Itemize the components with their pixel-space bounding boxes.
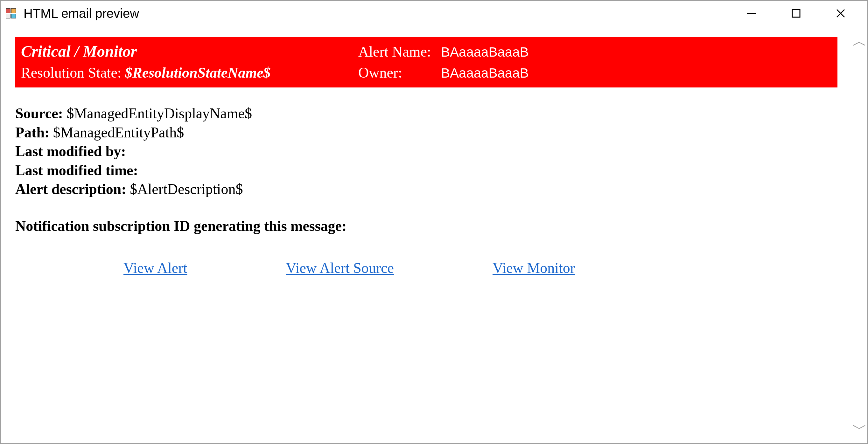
email-preview-content: Critical / Monitor Alert Name: BAaaaaBaa… — [1, 26, 852, 443]
view-alert-link[interactable]: View Alert — [123, 259, 187, 276]
view-alert-source-link[interactable]: View Alert Source — [286, 259, 394, 276]
minimize-icon — [745, 7, 758, 20]
alert-header-row-1: Critical / Monitor Alert Name: BAaaaaBaa… — [21, 40, 832, 62]
vertical-scrollbar[interactable]: ︿ ﹀ — [852, 26, 867, 443]
svg-rect-1 — [792, 9, 800, 17]
alert-description-value: $AlertDescription$ — [130, 181, 243, 197]
alert-name-value: BAaaaaBaaaB — [441, 44, 832, 60]
client-area: Critical / Monitor Alert Name: BAaaaaBaa… — [1, 26, 867, 443]
path-value: $ManagedEntityPath$ — [53, 124, 184, 140]
alert-header-row-2: Resolution State: $ResolutionStateName$ … — [21, 62, 832, 83]
titlebar: HTML email preview — [1, 1, 867, 26]
source-label: Source: — [15, 105, 63, 122]
alert-description-label: Alert description: — [15, 181, 126, 197]
close-button[interactable] — [828, 4, 854, 23]
owner-label: Owner: — [358, 64, 441, 81]
maximize-icon — [790, 7, 802, 20]
view-monitor-link[interactable]: View Monitor — [493, 259, 575, 276]
scroll-up-icon[interactable]: ︿ — [852, 34, 867, 49]
window-frame: HTML email preview Critical / Monitor Al… — [0, 0, 868, 444]
maximize-button[interactable] — [783, 4, 809, 23]
app-icon — [5, 8, 17, 19]
subscription-line: Notification subscription ID generating … — [15, 218, 837, 234]
path-label: Path: — [15, 124, 49, 140]
last-modified-by-label: Last modified by: — [15, 143, 126, 159]
last-modified-time-line: Last modified time: — [15, 162, 837, 179]
resolution-state-value: $ResolutionStateName$ — [125, 65, 271, 81]
scroll-down-icon[interactable]: ﹀ — [852, 421, 867, 436]
alert-header-banner: Critical / Monitor Alert Name: BAaaaaBaa… — [15, 37, 837, 88]
source-value: $ManagedEntityDisplayName$ — [66, 105, 252, 122]
close-icon — [834, 7, 847, 20]
alert-description-line: Alert description: $AlertDescription$ — [15, 181, 837, 197]
last-modified-time-label: Last modified time: — [15, 162, 138, 179]
source-line: Source: $ManagedEntityDisplayName$ — [15, 105, 837, 122]
minimize-button[interactable] — [739, 4, 764, 23]
severity-source: Critical / Monitor — [21, 42, 358, 60]
resolution-state-label: Resolution State: — [21, 65, 122, 81]
last-modified-by-line: Last modified by: — [15, 143, 837, 160]
window-control-buttons — [739, 4, 863, 23]
subscription-label: Notification subscription ID generating … — [15, 218, 346, 234]
action-links-row: View Alert View Alert Source View Monito… — [15, 259, 837, 276]
path-line: Path: $ManagedEntityPath$ — [15, 124, 837, 141]
resolution-state-cell: Resolution State: $ResolutionStateName$ — [21, 64, 358, 81]
alert-name-label: Alert Name: — [358, 43, 441, 60]
owner-value: BAaaaaBaaaB — [441, 65, 832, 81]
window-title: HTML email preview — [24, 6, 739, 21]
